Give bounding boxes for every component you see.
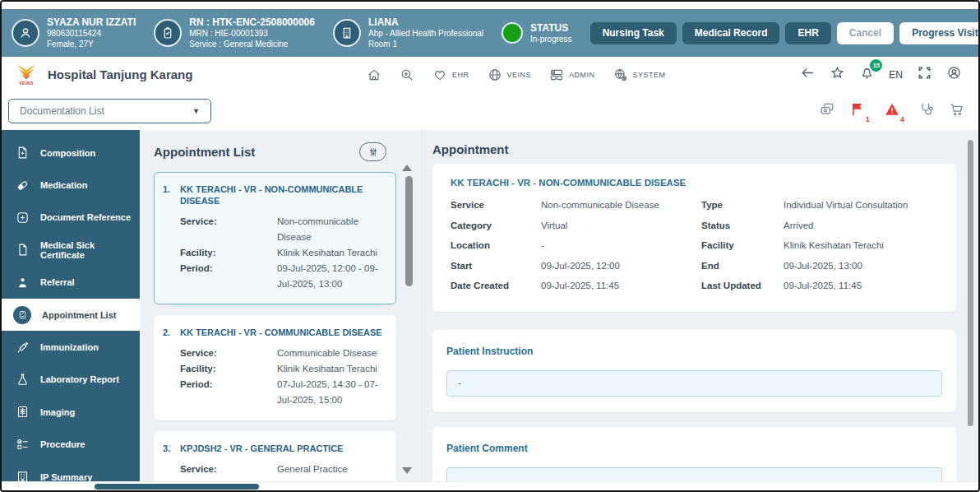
field-label: End bbox=[701, 261, 784, 271]
patient-chip[interactable]: SYAZA NUR IZZATI 980630115424 Female, 27… bbox=[12, 16, 136, 49]
patient-name: SYAZA NUR IZZATI bbox=[47, 16, 136, 28]
back-arrow-icon[interactable] bbox=[800, 65, 816, 84]
alert-count: 4 bbox=[900, 115, 904, 123]
dropdown-selected-value: Documentation List bbox=[20, 105, 104, 117]
field-label: Date Created bbox=[451, 281, 541, 290]
practitioner-role: Ahp - Allied Health Professional bbox=[368, 28, 483, 39]
language-selector[interactable]: EN bbox=[889, 69, 903, 81]
zoom-in-icon[interactable] bbox=[400, 67, 414, 82]
warning-triangle-icon[interactable]: 4 bbox=[884, 101, 904, 121]
practitioner-room: Room 1 bbox=[368, 39, 483, 49]
copy-cards-icon[interactable] bbox=[819, 101, 835, 121]
documentation-list-dropdown[interactable]: Documentation List ▼ bbox=[8, 99, 211, 123]
sidebar-item-ip-summary[interactable]: IP Summary bbox=[2, 461, 140, 481]
ehr-button[interactable]: EHR bbox=[785, 22, 830, 44]
main-nav: EHR VEINS ADMIN SYSTEM bbox=[367, 57, 666, 92]
progress-visit-button[interactable]: Progress Visit bbox=[899, 22, 980, 44]
notifications-bell-icon[interactable]: 15 bbox=[859, 65, 875, 84]
globe-icon bbox=[488, 67, 502, 82]
patient-instruction-card: Patient Instruction - bbox=[432, 330, 956, 412]
profile-icon[interactable] bbox=[946, 65, 962, 84]
practitioner-name: LIANA bbox=[368, 16, 483, 28]
app-header: VEINS Hospital Tanjung Karang EHR VEINS … bbox=[2, 57, 978, 92]
encounter-chip[interactable]: RN : HTK-ENC-2508000006 MRN : HIE-000013… bbox=[154, 16, 315, 49]
field-value: Non-communicable Disease bbox=[541, 200, 701, 210]
scroll-up-arrow[interactable] bbox=[402, 165, 412, 171]
patient-instruction-value: - bbox=[446, 370, 942, 397]
favorite-star-icon[interactable] bbox=[830, 65, 845, 84]
system-globe-gear-icon bbox=[613, 67, 628, 82]
hospital-building-icon bbox=[16, 470, 30, 481]
browser-edge bbox=[2, 2, 978, 9]
nav-veins[interactable]: VEINS bbox=[488, 67, 532, 82]
field-label: Location bbox=[451, 240, 541, 250]
field-value: Arrived bbox=[784, 220, 940, 230]
xray-icon bbox=[16, 405, 30, 419]
practitioner-chip[interactable]: LIANA Ahp - Allied Health Professional R… bbox=[333, 16, 483, 49]
flag-alert-icon[interactable]: 1 bbox=[849, 101, 870, 121]
scroll-down-arrow[interactable] bbox=[402, 467, 412, 474]
card-service: Non-communicable Disease bbox=[277, 214, 387, 245]
nav-ehr[interactable]: EHR bbox=[432, 67, 469, 82]
nav-admin[interactable]: ADMIN bbox=[549, 67, 595, 82]
card-title: KK TERACHI - VR - COMMUNICABLE DISEASE bbox=[180, 327, 382, 338]
appointment-list-title: Appointment List bbox=[154, 145, 255, 159]
notification-count-badge: 15 bbox=[870, 59, 882, 72]
sidebar-item-document-reference[interactable]: Document Reference bbox=[2, 202, 140, 234]
nursing-task-button[interactable]: Nursing Task bbox=[590, 22, 677, 44]
cart-icon[interactable] bbox=[949, 101, 965, 121]
sidebar-item-laboratory-report[interactable]: Laboratory Report bbox=[2, 364, 140, 396]
sidebar-item-medication[interactable]: Medication bbox=[2, 169, 140, 201]
sidebar-item-appointment-list[interactable]: Appointment List bbox=[2, 299, 140, 331]
nav-system[interactable]: SYSTEM bbox=[613, 67, 666, 82]
card-title: KPJDSH2 - VR - GENERAL PRACTICE bbox=[180, 443, 343, 454]
appointment-detail-card: KK TERACHI - VR - NON-COMMUNICABLE DISEA… bbox=[432, 164, 956, 312]
appointment-card-2[interactable]: 2. KK TERACHI - VR - COMMUNICABLE DISEAS… bbox=[154, 315, 396, 420]
sidebar-item-referral[interactable]: Referral bbox=[2, 267, 140, 299]
field-label: Last Updated bbox=[701, 281, 784, 290]
field-value: 09-Jul-2025, 12:00 bbox=[541, 261, 701, 271]
flag-count: 1 bbox=[866, 115, 870, 123]
card-facility: Klinik Kesihatan Terachi bbox=[277, 361, 387, 377]
sidebar-item-procedure[interactable]: Procedure bbox=[2, 429, 140, 461]
filter-button[interactable] bbox=[359, 142, 386, 161]
patient-instruction-title: Patient Instruction bbox=[446, 346, 942, 357]
fullscreen-icon[interactable] bbox=[917, 65, 932, 84]
card-index: 1. bbox=[163, 183, 174, 207]
sidebar-item-composition[interactable]: Composition bbox=[2, 137, 140, 169]
logo-caption: VEINS bbox=[19, 81, 34, 86]
checklist-icon bbox=[16, 438, 30, 452]
appointment-card-3[interactable]: 3. KPJDSH2 - VR - GENERAL PRACTICE Servi… bbox=[154, 431, 396, 481]
card-period: 09-Jul-2025, 12:00 - 09-Jul-2025, 13:00 bbox=[277, 261, 387, 292]
patient-context-bar: SYAZA NUR IZZATI 980630115424 Female, 27… bbox=[2, 9, 978, 57]
cancel-button[interactable]: Cancel bbox=[837, 22, 894, 44]
hospital-name: Hospital Tanjung Karang bbox=[48, 67, 192, 81]
appointment-card-1[interactable]: 1. KK TERACHI - VR - NON-COMMUNICABLE DI… bbox=[154, 172, 396, 304]
list-scrollbar-thumb[interactable] bbox=[405, 176, 413, 286]
horizontal-scrollbar[interactable] bbox=[2, 481, 978, 490]
horizontal-scrollbar-thumb[interactable] bbox=[95, 484, 259, 490]
field-value: 09-Jul-2025, 11:45 bbox=[784, 281, 940, 290]
field-label: Type bbox=[701, 200, 784, 210]
home-icon[interactable] bbox=[367, 67, 381, 82]
detail-scrollbar-thumb[interactable] bbox=[968, 140, 973, 426]
field-label: Facility bbox=[701, 240, 784, 250]
status-value: In-progress bbox=[530, 34, 572, 44]
patient-id: 980630115424 bbox=[47, 28, 136, 39]
app-window: SYAZA NUR IZZATI 980630115424 Female, 27… bbox=[0, 0, 980, 492]
field-value: 09-Jul-2025, 11:45 bbox=[541, 281, 701, 290]
appointment-clipboard-icon bbox=[13, 306, 31, 324]
status-label: STATUS bbox=[530, 22, 572, 34]
plus-square-icon bbox=[16, 211, 30, 225]
card-service: Communicable Disease bbox=[277, 346, 387, 361]
patient-comment-title: Patient Comment bbox=[446, 443, 942, 454]
encounter-rn: RN : HTK-ENC-2508000006 bbox=[189, 16, 315, 28]
file-plus-icon bbox=[16, 146, 30, 160]
sidebar-item-medical-sick-certificate[interactable]: Medical Sick Certificate bbox=[2, 234, 140, 266]
sidebar-item-immunization[interactable]: Immunization bbox=[2, 331, 140, 363]
sidebar-item-imaging[interactable]: Imaging bbox=[2, 396, 140, 428]
admin-layout-icon bbox=[549, 67, 564, 82]
medical-record-button[interactable]: Medical Record bbox=[682, 22, 780, 44]
stethoscope-icon[interactable] bbox=[918, 101, 935, 121]
patient-comment-card: Patient Comment bbox=[432, 427, 956, 481]
